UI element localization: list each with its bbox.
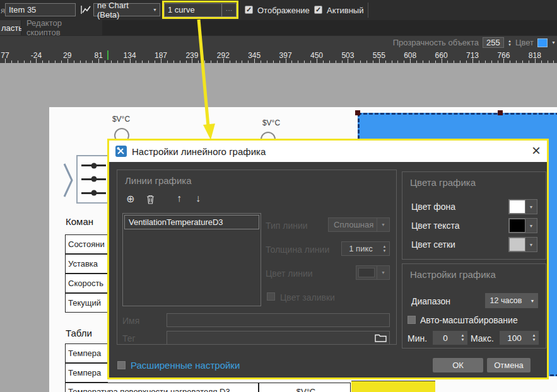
- display-checkbox[interactable]: ✓: [245, 6, 253, 14]
- ruler-tick: [304, 61, 305, 63]
- ruler-tick: [342, 61, 343, 63]
- ruler-tick: [529, 61, 529, 63]
- chevron-down-icon[interactable]: ▼: [551, 40, 556, 45]
- opacity-input[interactable]: 255: [483, 37, 504, 48]
- curve-list[interactable]: VentilationTemperatureD3: [122, 213, 261, 306]
- chevron-right-icon[interactable]: [62, 156, 76, 204]
- ruler-tick: [366, 61, 367, 63]
- app-tools-icon: [115, 146, 127, 157]
- ruler-tick: [503, 59, 504, 63]
- advanced-settings-checkbox[interactable]: [117, 361, 126, 369]
- name-input[interactable]: [167, 313, 390, 327]
- ruler-tick: [466, 61, 467, 63]
- sensor-label-1: $V°C: [107, 115, 135, 124]
- ruler-tick: [74, 61, 74, 63]
- ruler-tick: [261, 61, 261, 63]
- table-row[interactable]: Темпера: [65, 343, 108, 363]
- object-properties-bar: Прозрачность объекта 255 ▲ ▼ Цвет ▼: [0, 35, 557, 49]
- curve-count-field[interactable]: 1 curve: [164, 3, 222, 17]
- ruler-tick: [447, 61, 448, 63]
- move-down-icon[interactable]: ↓: [196, 193, 201, 204]
- chart-settings-group: Настройки графика Диапазон 12 часов ▼ Ав…: [402, 263, 546, 349]
- table-row[interactable]: Скорость: [65, 274, 108, 293]
- item-name-input[interactable]: Item 35: [5, 3, 76, 16]
- bg-color-dropdown[interactable]: ▼: [508, 199, 537, 214]
- ruler-tick: [49, 61, 49, 63]
- line-chart-settings-dialog: Настройки линейного графика × Линии граф…: [107, 139, 549, 379]
- line-color-swatch: [358, 268, 375, 277]
- ruler-tick: [5, 59, 6, 63]
- ruler-tick: [111, 61, 112, 63]
- grid-color-dropdown[interactable]: ▼: [508, 237, 537, 252]
- table-cell[interactable]: $V°C: [259, 383, 351, 392]
- text-color-label: Цвет текста: [411, 221, 460, 231]
- ruler-tick: [24, 61, 25, 63]
- selection-handle[interactable]: [355, 110, 360, 115]
- ruler-tick: [217, 61, 218, 63]
- max-stepper[interactable]: 100 ▲ ▼: [500, 331, 539, 345]
- table-row[interactable]: Температура поверхности нагревателя D3: [65, 383, 259, 392]
- ruler-tick: [242, 61, 242, 63]
- ok-button[interactable]: ОК: [433, 358, 483, 372]
- autoscale-label: Авто-масштабирование: [420, 315, 545, 325]
- application-window: я Item 35 ne Chart (Beta) ▼ 1 curve ··· …: [0, 0, 557, 392]
- chevron-down-icon: ▼: [525, 200, 537, 214]
- line-width-label: Толщина линии: [266, 245, 329, 255]
- chart-settings-group-title: Настройки графика: [410, 269, 496, 280]
- ruler-tick: [522, 61, 523, 63]
- ruler-tick: [379, 59, 380, 63]
- ruler-tick: [410, 59, 411, 63]
- ruler-tick: [117, 61, 118, 63]
- advanced-settings-link[interactable]: Расширенные настройки: [131, 360, 240, 371]
- slider-icon: [81, 164, 106, 166]
- move-up-icon[interactable]: ↑: [177, 193, 182, 204]
- commands-table-title: Коман: [66, 216, 93, 227]
- ruler-tick: [223, 59, 224, 63]
- opacity-stepper[interactable]: ▲ ▼: [508, 39, 512, 47]
- object-type-dropdown[interactable]: ne Chart (Beta) ▼: [93, 3, 160, 16]
- max-label: Макс.: [471, 333, 494, 343]
- cancel-button[interactable]: Отмена: [487, 358, 531, 372]
- table-row[interactable]: Уставка: [65, 254, 108, 274]
- ruler-tick: [186, 61, 187, 63]
- slider-icon: [81, 192, 106, 194]
- ruler-tick: [479, 61, 479, 63]
- active-checkbox[interactable]: ✓: [314, 6, 322, 14]
- ruler-tick: [248, 61, 249, 63]
- active-checkbox-label: Активный: [327, 6, 363, 15]
- close-icon[interactable]: ×: [532, 142, 541, 159]
- delete-line-icon[interactable]: [146, 195, 155, 204]
- arrow-up-icon: ▲: [383, 245, 387, 249]
- ruler-tick: [416, 61, 417, 63]
- arrow-up-icon: ▲: [532, 333, 536, 338]
- add-line-icon[interactable]: ⊕: [126, 193, 134, 205]
- table-row[interactable]: Темпера: [65, 363, 108, 383]
- min-stepper[interactable]: 0 ▲ ▼: [433, 331, 467, 345]
- highlighted-chart-element[interactable]: [351, 381, 435, 392]
- ruler-tick: [86, 61, 86, 63]
- ruler-tick: [18, 61, 18, 63]
- table-row[interactable]: Текущий: [65, 293, 108, 313]
- slider-widget[interactable]: [76, 155, 111, 204]
- ruler-tick: [404, 61, 404, 63]
- selection-handle[interactable]: [498, 110, 503, 115]
- chevron-down-icon: ▼: [525, 219, 537, 233]
- folder-icon[interactable]: [375, 333, 387, 343]
- ruler-tick: [392, 61, 392, 63]
- color-label: Цвет: [515, 38, 534, 47]
- sensor-label-2: $V°C: [257, 118, 285, 127]
- range-dropdown[interactable]: 12 часов ▼: [485, 293, 538, 308]
- ruler-tick: [360, 61, 361, 63]
- tag-input[interactable]: [167, 331, 390, 345]
- curve-more-button[interactable]: ···: [222, 3, 237, 17]
- object-color-swatch[interactable]: [537, 38, 548, 47]
- autoscale-checkbox[interactable]: [407, 316, 416, 324]
- table-row[interactable]: Состояни: [65, 234, 108, 254]
- text-color-dropdown[interactable]: ▼: [508, 218, 537, 233]
- ruler-tick: [161, 59, 161, 63]
- tab-script-editor[interactable]: Редактор скриптов: [21, 20, 102, 35]
- chart-lines-group: Линии графика ⊕ ↑ ↓ VentilationTemperatu…: [117, 170, 397, 345]
- list-item[interactable]: VentilationTemperatureD3: [124, 215, 259, 229]
- tab-workspace[interactable]: ласть: [0, 20, 21, 35]
- ruler-tick: [55, 61, 56, 63]
